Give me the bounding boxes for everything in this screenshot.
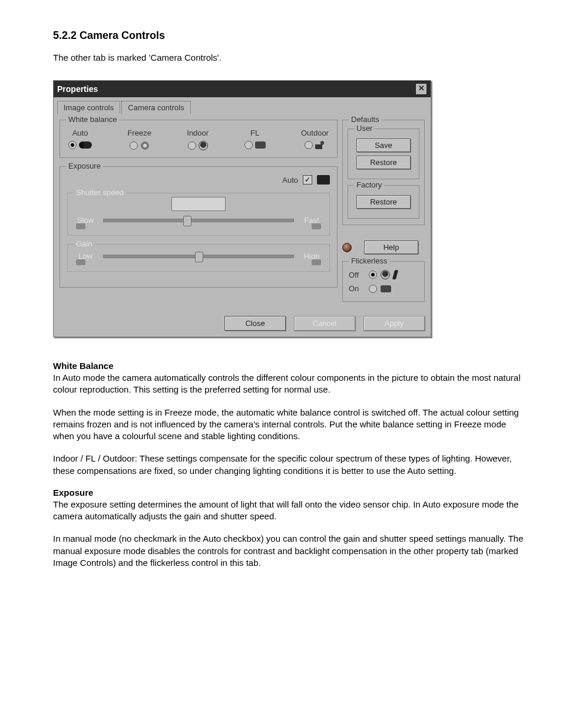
camera-icon	[317, 175, 330, 185]
radio-icon[interactable]	[369, 271, 377, 279]
wb-option-auto[interactable]: Auto	[68, 129, 92, 150]
radio-icon[interactable]	[188, 141, 196, 150]
sun-icon	[315, 141, 325, 149]
auto-icon	[79, 141, 92, 149]
wb-option-outdoor[interactable]: Outdoor	[301, 129, 329, 150]
white-balance-paragraph-3: Indoor / FL / Outdoor: These settings co…	[53, 453, 527, 477]
defaults-user-group: User Save Restore	[348, 129, 419, 179]
exposure-auto-label: Auto	[282, 176, 298, 185]
defaults-legend: Defaults	[349, 115, 382, 124]
slider-thumb[interactable]	[195, 252, 203, 262]
shutter-speed-group: Shutter speed Slow Fast	[67, 193, 330, 236]
radio-icon[interactable]	[244, 141, 253, 149]
exposure-group: Exposure Auto ✓ Shutter speed Slow	[59, 166, 338, 288]
tab-camera-controls[interactable]: Camera controls	[121, 101, 190, 114]
bulb-icon	[199, 141, 208, 150]
close-icon[interactable]: ✕	[415, 83, 427, 95]
titlebar: Properties ✕	[54, 81, 431, 97]
white-balance-paragraph-2: When the mode setting is in Freeze mode,…	[53, 407, 527, 443]
wb-option-fl[interactable]: FL	[244, 129, 266, 150]
help-button[interactable]: Help	[364, 241, 418, 254]
fluorescent-icon	[381, 285, 391, 292]
wb-auto-label: Auto	[72, 129, 88, 137]
fast-icon	[312, 223, 321, 229]
flickerless-on-option[interactable]: On	[348, 282, 419, 295]
cancel-button[interactable]: Cancel	[294, 316, 355, 331]
flickerless-on-label: On	[349, 284, 365, 293]
tab-row: Image controls Camera controls	[54, 97, 431, 114]
exposure-legend: Exposure	[66, 162, 103, 170]
indicator-led-icon	[342, 243, 352, 252]
defaults-factory-legend: Factory	[354, 180, 384, 189]
wb-indoor-label: Indoor	[187, 129, 209, 137]
white-balance-legend: White balance	[66, 115, 119, 124]
white-balance-group: White balance Auto Freeze	[59, 120, 338, 158]
intro-text: The other tab is marked 'Camera Controls…	[53, 52, 527, 62]
slash-icon	[392, 270, 398, 279]
radio-icon[interactable]	[130, 141, 138, 150]
exposure-paragraph-1: The exposure setting determines the amou…	[53, 499, 527, 523]
defaults-factory-group: Factory Restore	[348, 185, 419, 219]
defaults-group: Defaults User Save Restore Factory Resto…	[342, 120, 425, 225]
flickerless-legend: Flickerless	[349, 256, 389, 265]
slow-icon	[76, 223, 85, 229]
dialog-button-bar: Close Cancel Apply	[54, 310, 431, 337]
shutter-readout	[171, 197, 226, 211]
restore-user-button[interactable]: Restore	[356, 156, 411, 169]
close-button[interactable]: Close	[224, 316, 286, 331]
tab-image-controls[interactable]: Image controls	[57, 101, 120, 114]
gain-high-icon	[312, 259, 321, 265]
wb-fl-label: FL	[250, 129, 259, 137]
wb-option-indoor[interactable]: Indoor	[187, 129, 209, 150]
restore-factory-button[interactable]: Restore	[356, 195, 411, 209]
radio-icon[interactable]	[68, 141, 77, 149]
radio-icon[interactable]	[305, 141, 313, 149]
exposure-paragraph-2: In manual mode (no checkmark in the Auto…	[53, 533, 527, 569]
white-balance-heading: White Balance	[53, 361, 527, 371]
exposure-auto-checkbox[interactable]: ✓	[303, 175, 312, 185]
wb-option-freeze[interactable]: Freeze	[127, 129, 151, 150]
wb-outdoor-label: Outdoor	[301, 129, 329, 137]
slider-thumb[interactable]	[183, 216, 191, 226]
section-heading: 5.2.2 Camera Controls	[53, 29, 527, 42]
flickerless-off-label: Off	[349, 271, 365, 279]
flickerless-off-option[interactable]: Off	[348, 268, 419, 282]
shutter-speed-legend: Shutter speed	[74, 188, 126, 197]
exposure-heading: Exposure	[53, 487, 527, 498]
gain-slider[interactable]	[103, 255, 294, 258]
properties-dialog: Properties ✕ Image controls Camera contr…	[53, 80, 431, 337]
bulb-icon	[381, 270, 390, 279]
radio-icon[interactable]	[369, 285, 377, 293]
snowflake-icon	[140, 141, 150, 150]
defaults-user-legend: User	[354, 124, 375, 133]
save-button[interactable]: Save	[356, 139, 411, 152]
apply-button[interactable]: Apply	[363, 316, 425, 331]
shutter-slider[interactable]	[103, 219, 294, 222]
titlebar-title: Properties	[57, 84, 415, 94]
gain-group: Gain Low High	[67, 244, 330, 272]
gain-low-icon	[76, 259, 85, 265]
fluorescent-icon	[255, 141, 266, 149]
wb-freeze-label: Freeze	[127, 129, 151, 137]
flickerless-group: Flickerless Off On	[342, 261, 425, 302]
white-balance-paragraph-1: In Auto mode the camera automatically co…	[53, 372, 527, 396]
gain-legend: Gain	[74, 239, 94, 248]
